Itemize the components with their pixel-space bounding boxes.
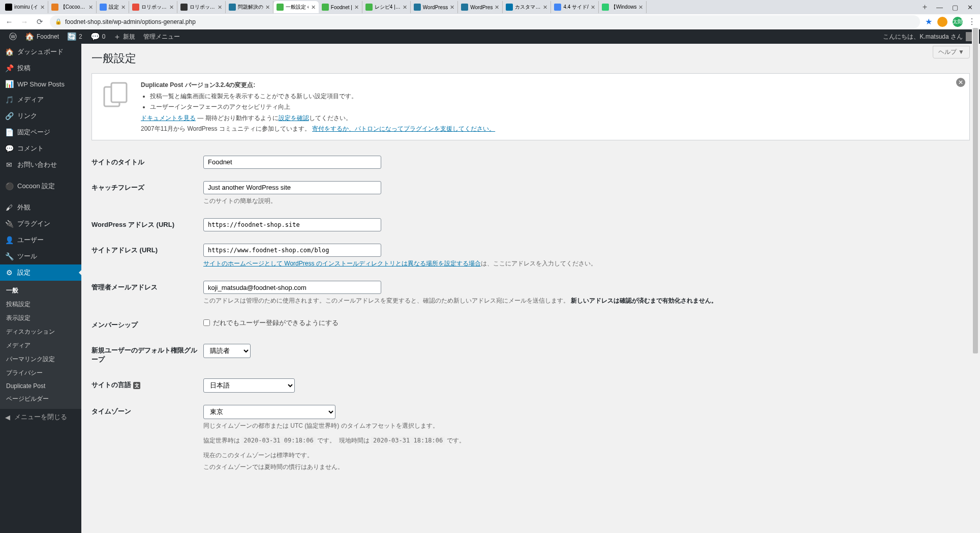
browser-tab[interactable]: ロリポップ！✕ [177, 1, 226, 13]
browser-tab[interactable]: 問題解決の✕ [226, 1, 273, 13]
forward-button[interactable]: → [19, 17, 29, 27]
tab-close-icon[interactable]: ✕ [218, 4, 222, 11]
close-button[interactable]: ✕ [967, 4, 973, 11]
tab-close-icon[interactable]: ✕ [121, 4, 126, 11]
notice-docs-link[interactable]: ドキュメントを見る [141, 114, 196, 122]
scrollbar-thumb[interactable] [973, 28, 978, 353]
sidebar-item[interactable]: 👤ユーザー [0, 232, 81, 248]
admin-sidebar: 🏠ダッシュボード📌投稿📊WP Show Posts🎵メディア🔗リンク📄固定ページ… [0, 44, 81, 533]
submenu-item[interactable]: ページビルダー [0, 392, 81, 406]
favicon [100, 4, 107, 11]
collapse-menu[interactable]: ◀ メニューを閉じる [0, 409, 81, 425]
submenu-item[interactable]: 表示設定 [0, 311, 81, 325]
profile-avatar-2[interactable]: 太郎 [953, 17, 963, 27]
submenu-item[interactable]: Duplicate Post [0, 380, 81, 392]
settings-submenu: 一般投稿設定表示設定ディスカッションメディアパーマリンク設定プライバシーDupl… [0, 281, 81, 409]
sidebar-item[interactable]: ⚫Cocoon 設定 [0, 178, 81, 194]
tab-close-icon[interactable]: ✕ [88, 4, 93, 11]
membership-checkbox-label[interactable]: だれでもユーザー登録ができるようにする [203, 318, 970, 328]
help-tab[interactable]: ヘルプ ▼ [933, 46, 970, 58]
browser-tab[interactable]: 設定✕ [97, 1, 129, 13]
updates-link[interactable]: 🔄2 [63, 32, 86, 41]
browser-tab[interactable]: 【Windows✕ [599, 1, 647, 13]
new-content[interactable]: ＋新規 [109, 32, 139, 42]
reload-button[interactable]: ⟳ [35, 17, 45, 27]
browser-tab[interactable]: ロリポップ！✕ [129, 1, 177, 13]
browser-tab[interactable]: WordPres✕ [458, 1, 503, 13]
wp-logo[interactable]: ⓦ [5, 32, 21, 42]
admin-email-input[interactable] [203, 281, 381, 294]
default-role-select[interactable]: 購読者 [203, 344, 251, 358]
url-field[interactable]: 🔒 foodnet-shop.site/wp-admin/options-gen… [50, 15, 920, 28]
sidebar-item[interactable]: 🎵メディア [0, 92, 81, 108]
greeting[interactable]: こんにちは、K.matsuda さん [883, 33, 963, 41]
sidebar-item[interactable]: 🔧ツール [0, 248, 81, 264]
tab-close-icon[interactable]: ✕ [450, 4, 454, 11]
notice-donate-link[interactable]: 寄付をするか、パトロンになってプラグインを支援してください。 [312, 125, 495, 132]
tab-close-icon[interactable]: ✕ [591, 4, 595, 11]
sidebar-item[interactable]: 📄固定ページ [0, 124, 81, 140]
membership-checkbox[interactable] [203, 319, 210, 326]
browser-tab[interactable]: Foodnet | ✕ [319, 1, 362, 13]
browser-tab[interactable]: iromiru (イ✕ [2, 1, 48, 13]
page-title: 一般設定 [91, 51, 970, 66]
site-url-input[interactable] [203, 244, 381, 257]
site-link[interactable]: 🏠Foodnet [21, 32, 63, 41]
browser-tab[interactable]: 4.4 サイド/✕ [551, 1, 598, 13]
submenu-item[interactable]: 投稿設定 [0, 298, 81, 311]
tab-close-icon[interactable]: ✕ [265, 4, 270, 11]
vertical-scrollbar[interactable] [972, 28, 979, 533]
sidebar-item[interactable]: ✉お問い合わせ [0, 157, 81, 173]
new-tab-button[interactable]: + [918, 3, 931, 12]
submenu-item[interactable]: ディスカッション [0, 325, 81, 339]
tab-label: ロリポップ！ [141, 4, 167, 11]
browser-tab[interactable]: WordPress✕ [411, 1, 458, 13]
maximize-button[interactable]: ▢ [952, 4, 958, 11]
site-url-help-link[interactable]: サイトのホームページとして WordPress のインストールディレクトリとは異… [203, 260, 481, 267]
browser-tab[interactable]: カスタマイズ✕ [503, 1, 551, 13]
profile-avatar-1[interactable] [937, 17, 947, 27]
favicon [5, 4, 12, 11]
submenu-item[interactable]: パーマリンク設定 [0, 352, 81, 366]
tab-close-icon[interactable]: ✕ [543, 4, 547, 11]
tab-close-icon[interactable]: ✕ [495, 4, 499, 11]
sidebar-item[interactable]: 🖌外観 [0, 199, 81, 216]
sidebar-item[interactable]: ⚙設定 [0, 264, 81, 281]
comments-link[interactable]: 💬0 [86, 32, 110, 41]
menu-icon[interactable]: ⋮ [968, 17, 976, 26]
wp-url-input[interactable] [203, 218, 381, 231]
manage-menu[interactable]: 管理メニュー [139, 33, 184, 41]
site-lang-select[interactable]: 日本語 [203, 378, 295, 393]
sidebar-item[interactable]: 🔌プラグイン [0, 216, 81, 232]
submenu-item[interactable]: プライバシー [0, 366, 81, 380]
browser-tab[interactable]: 【Cocoon】✕ [48, 1, 97, 13]
site-title-input[interactable] [203, 156, 381, 169]
browser-tab[interactable]: 一般設定 ‹✕ [273, 1, 319, 13]
browser-tab[interactable]: レシピ4 | Fo✕ [362, 1, 411, 13]
favicon [461, 4, 468, 11]
timezone-select[interactable]: 東京 [203, 405, 335, 419]
sidebar-item[interactable]: 🔗リンク [0, 108, 81, 124]
sidebar-item[interactable]: 💬コメント [0, 140, 81, 157]
submenu-item[interactable]: 一般 [0, 284, 81, 298]
minimize-button[interactable]: — [936, 4, 943, 11]
notice-settings-link[interactable]: 設定を確認 [279, 114, 309, 122]
menu-icon: 🖌 [5, 203, 13, 212]
tagline-input[interactable] [203, 181, 381, 194]
submenu-item[interactable]: メディア [0, 339, 81, 352]
sidebar-item[interactable]: 📌投稿 [0, 60, 81, 76]
bookmark-star-icon[interactable]: ★ [925, 17, 932, 26]
tab-label: 一般設定 ‹ [286, 4, 309, 11]
tab-close-icon[interactable]: ✕ [311, 4, 316, 11]
menu-label: お問い合わせ [17, 160, 57, 169]
favicon [229, 4, 236, 11]
tab-close-icon[interactable]: ✕ [403, 4, 407, 11]
notice-dismiss-button[interactable]: ✕ [956, 78, 965, 87]
tab-close-icon[interactable]: ✕ [354, 4, 359, 11]
tab-close-icon[interactable]: ✕ [638, 4, 643, 11]
back-button[interactable]: ← [4, 17, 14, 27]
sidebar-item[interactable]: 🏠ダッシュボード [0, 44, 81, 60]
tab-close-icon[interactable]: ✕ [169, 4, 174, 11]
sidebar-item[interactable]: 📊WP Show Posts [0, 76, 81, 92]
tab-close-icon[interactable]: ✕ [40, 4, 45, 11]
